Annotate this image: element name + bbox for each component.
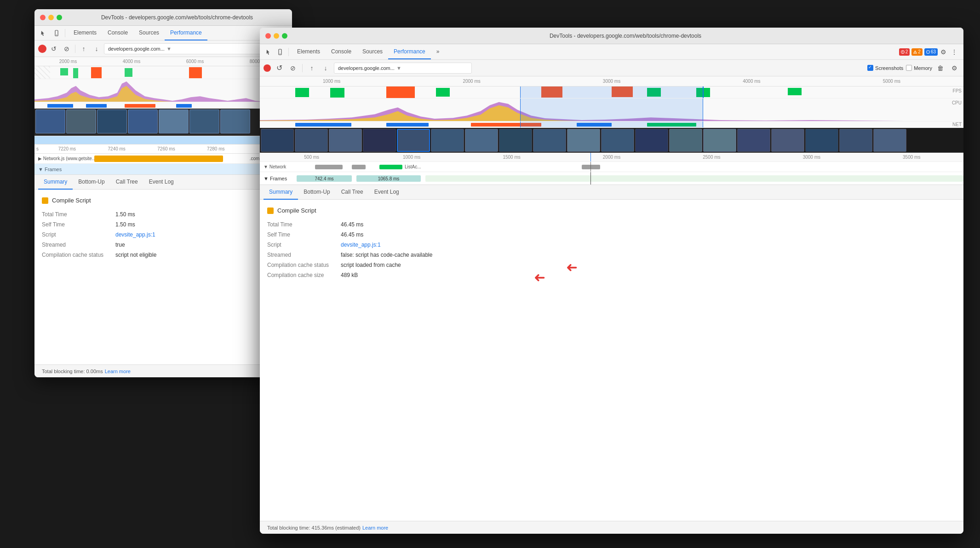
screenshot-thumb-2 bbox=[669, 129, 702, 152]
record-button-2[interactable] bbox=[264, 64, 271, 72]
title-bar-2: DevTools - developers.google.com/web/too… bbox=[260, 28, 963, 44]
screenshots-checkbox[interactable] bbox=[867, 65, 873, 71]
ruler-mark: 7240 ms bbox=[92, 146, 142, 151]
fps-label-2: FPS bbox=[953, 88, 962, 93]
screenshot-thumb-2 bbox=[431, 129, 464, 152]
net-bar-gray bbox=[315, 165, 343, 169]
tab-more-2[interactable]: » bbox=[431, 45, 445, 59]
minimize-button-1[interactable] bbox=[48, 15, 54, 20]
screenshot-thumb-2 bbox=[499, 129, 532, 152]
tab-bottomup-1[interactable]: Bottom-Up bbox=[73, 175, 110, 190]
tab-eventlog-1[interactable]: Event Log bbox=[143, 175, 179, 190]
screenshots-checkbox-label[interactable]: Screenshots bbox=[867, 65, 903, 71]
bottom-tabs-2: Summary Bottom-Up Call Tree Event Log bbox=[260, 185, 963, 200]
download-button-2[interactable]: ↓ bbox=[320, 63, 331, 74]
badge-area-2: 2 2 63 bbox=[899, 48, 938, 56]
maximize-button-2[interactable] bbox=[282, 33, 287, 39]
mobile-icon-1[interactable] bbox=[51, 28, 62, 39]
tab-sources-2[interactable]: Sources bbox=[357, 45, 388, 59]
screenshot-thumb-2 bbox=[737, 129, 770, 152]
compile-title-2: Compile Script bbox=[277, 207, 316, 214]
trash-button-2[interactable]: 🗑 bbox=[935, 63, 946, 74]
compile-header-1: Compile Script bbox=[42, 197, 285, 204]
screenshot-thumb-2 bbox=[363, 129, 396, 152]
hairline-left-2 bbox=[520, 87, 521, 98]
screenshot-thumb bbox=[97, 110, 127, 133]
traffic-lights-1 bbox=[40, 15, 62, 20]
more-button-2[interactable]: ⋮ bbox=[949, 46, 960, 58]
info-row-script-2: Script devsite_app.js:1 bbox=[267, 242, 956, 248]
cpu-selection-2 bbox=[520, 98, 703, 121]
prohibit-button-1[interactable]: ⊘ bbox=[61, 43, 72, 54]
tab-calltree-1[interactable]: Call Tree bbox=[110, 175, 143, 190]
top-tabs-2: Elements Console Sources Performance » 2… bbox=[260, 44, 963, 60]
tab-console-1[interactable]: Console bbox=[102, 26, 133, 40]
frames-highlight-1 bbox=[34, 136, 292, 144]
tab-elements-2[interactable]: Elements bbox=[292, 45, 326, 59]
info-row-streamed-2: Streamed false: script has code-cache av… bbox=[267, 252, 956, 258]
tab-sources-1[interactable]: Sources bbox=[133, 26, 165, 40]
cpu-label-2: CPU bbox=[952, 100, 962, 105]
tab-bottomup-2[interactable]: Bottom-Up bbox=[298, 185, 335, 200]
record-button-1[interactable] bbox=[38, 45, 46, 53]
tab-summary-1[interactable]: Summary bbox=[38, 175, 73, 190]
detail-ruler-2: 500 ms 1000 ms 1500 ms 2000 ms 2500 ms 3… bbox=[260, 153, 963, 162]
download-button-1[interactable]: ↓ bbox=[91, 43, 102, 54]
info-row-cache-size-2: Compilation cache size 489 kB ➜ bbox=[267, 272, 956, 278]
compile-title-1: Compile Script bbox=[52, 197, 91, 204]
script-link-1[interactable]: devsite_app.js:1 bbox=[115, 231, 285, 238]
close-button-2[interactable] bbox=[265, 33, 271, 39]
learn-more-link-1[interactable]: Learn more bbox=[105, 369, 131, 374]
cursor-icon-1[interactable] bbox=[38, 28, 49, 39]
script-link-2[interactable]: devsite_app.js:1 bbox=[341, 242, 956, 248]
window-title-2: DevTools - developers.google.com/web/too… bbox=[293, 33, 958, 39]
refresh-button-2[interactable]: ↺ bbox=[274, 63, 285, 74]
info-row-totaltime-2: Total Time 46.45 ms bbox=[267, 221, 956, 228]
prohibit-button-2[interactable]: ⊘ bbox=[287, 63, 298, 74]
ruler-mark: 6000 ms bbox=[163, 59, 227, 64]
tab-calltree-2[interactable]: Call Tree bbox=[336, 185, 369, 200]
tab-performance-2[interactable]: Performance bbox=[388, 45, 431, 59]
screenshot-thumb-2 bbox=[567, 129, 600, 152]
toolbar2-2: ↺ ⊘ ↑ ↓ developers.google.com... ▼ Scree… bbox=[260, 60, 963, 76]
tab-elements-1[interactable]: Elements bbox=[68, 26, 102, 40]
svg-point-1 bbox=[56, 35, 57, 35]
close-button-1[interactable] bbox=[40, 15, 46, 20]
fps-row-overview-2: FPS bbox=[260, 87, 963, 98]
memory-checkbox-label[interactable]: Memory bbox=[906, 65, 932, 71]
devtools-window-2: DevTools - developers.google.com/web/too… bbox=[260, 28, 963, 534]
maximize-button-1[interactable] bbox=[57, 15, 62, 20]
tab-console-2[interactable]: Console bbox=[326, 45, 357, 59]
memory-checkbox[interactable] bbox=[906, 65, 912, 71]
screenshot-thumb-2 bbox=[873, 129, 906, 152]
tab-eventlog-2[interactable]: Event Log bbox=[369, 185, 405, 200]
frame-bar-light-2 bbox=[425, 175, 963, 182]
tab-performance-1[interactable]: Performance bbox=[165, 26, 207, 40]
frames-row-1: ▼ Frames 5148.8 ms bbox=[34, 164, 292, 175]
cursor-icon-2[interactable] bbox=[264, 46, 275, 58]
screenshot-thumb bbox=[128, 110, 158, 133]
warning-badge-2: 2 bbox=[911, 48, 923, 56]
gear-button-2[interactable]: ⚙ bbox=[938, 46, 949, 58]
svg-point-3 bbox=[280, 53, 281, 54]
screenshot-thumb-2 bbox=[771, 129, 804, 152]
info-badge-2: 63 bbox=[924, 48, 938, 56]
screenshot-thumb-2 bbox=[703, 129, 736, 152]
ruler-mark: 7260 ms bbox=[142, 146, 191, 151]
upload-button-1[interactable]: ↑ bbox=[78, 43, 89, 54]
cpu-row-overview-2: CPU bbox=[260, 98, 963, 121]
tab-summary-2[interactable]: Summary bbox=[264, 185, 298, 200]
screenshot-thumb-2 bbox=[261, 129, 294, 152]
info-row-cache-status-2: Compilation cache status script loaded f… bbox=[267, 262, 956, 268]
frames-label-2: ▼ Frames bbox=[264, 176, 287, 181]
learn-more-link-2[interactable]: Learn more bbox=[362, 525, 388, 531]
minimize-button-2[interactable] bbox=[274, 33, 279, 39]
footer-1: Total blocking time: 0.00ms Learn more bbox=[34, 364, 292, 377]
screenshot-thumb-2 bbox=[635, 129, 668, 152]
list-ac-label: ListAc... bbox=[405, 164, 421, 169]
info-row-totaltime-1: Total Time 1.50 ms bbox=[42, 211, 285, 218]
mobile-icon-2[interactable] bbox=[275, 46, 286, 58]
upload-button-2[interactable]: ↑ bbox=[306, 63, 317, 74]
refresh-button-1[interactable]: ↺ bbox=[48, 43, 59, 54]
settings-button-2[interactable]: ⚙ bbox=[949, 63, 960, 74]
